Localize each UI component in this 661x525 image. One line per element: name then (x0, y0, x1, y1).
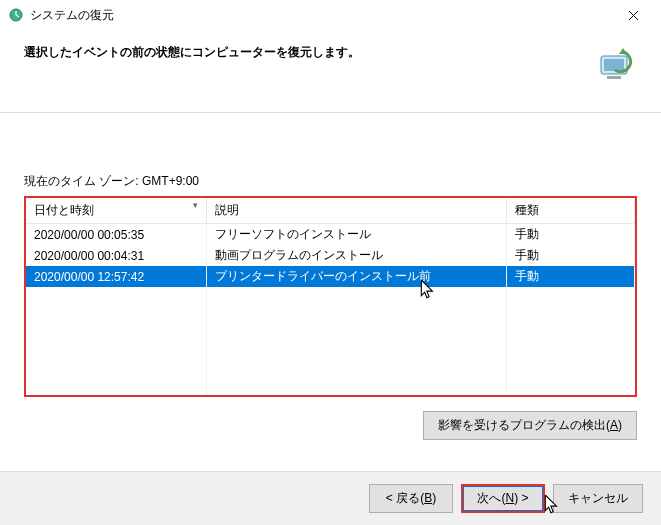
cell-type: 手動 (506, 224, 635, 246)
cell-type: 手動 (506, 245, 635, 266)
content: 現在のタイム ゾーン: GMT+9:00 日付と時刻▾ 説明 種類 2020/0… (0, 113, 661, 450)
col-datetime-label: 日付と時刻 (34, 203, 94, 217)
svg-rect-2 (604, 59, 624, 71)
close-button[interactable] (613, 1, 653, 29)
cell-description: 動画プログラムのインストール (206, 245, 506, 266)
back-button[interactable]: < 戻る(B) (369, 484, 453, 513)
col-type[interactable]: 種類 (506, 198, 635, 224)
titlebar: システムの復元 (0, 0, 661, 30)
next-button[interactable]: 次へ(N) > (461, 484, 545, 513)
table-empty-area (26, 287, 635, 395)
col-datetime[interactable]: 日付と時刻▾ (26, 198, 206, 224)
cancel-button[interactable]: キャンセル (553, 484, 643, 513)
table-row[interactable]: 2020/00/00 12:57:42プリンタードライバーのインストール前手動 (26, 266, 635, 287)
cell-datetime: 2020/00/00 00:05:35 (26, 224, 206, 246)
header-icon (593, 44, 637, 88)
col-description[interactable]: 説明 (206, 198, 506, 224)
header: 選択したイベントの前の状態にコンピューターを復元します。 (0, 30, 661, 113)
restore-points-table[interactable]: 日付と時刻▾ 説明 種類 2020/00/00 00:05:35フリーソフトのイ… (24, 196, 637, 397)
sort-indicator-icon: ▾ (193, 200, 198, 210)
cell-datetime: 2020/00/00 12:57:42 (26, 266, 206, 287)
scan-row: 影響を受けるプログラムの検出(A) (24, 411, 637, 440)
cell-description: フリーソフトのインストール (206, 224, 506, 246)
restore-icon (8, 7, 24, 23)
timezone-label: 現在のタイム ゾーン: GMT+9:00 (24, 173, 637, 190)
cell-type: 手動 (506, 266, 635, 287)
window-title: システムの復元 (30, 7, 613, 24)
cell-description: プリンタードライバーのインストール前 (206, 266, 506, 287)
table-row[interactable]: 2020/00/00 00:04:31動画プログラムのインストール手動 (26, 245, 635, 266)
table-row[interactable]: 2020/00/00 00:05:35フリーソフトのインストール手動 (26, 224, 635, 246)
scan-affected-button[interactable]: 影響を受けるプログラムの検出(A) (423, 411, 637, 440)
header-text: 選択したイベントの前の状態にコンピューターを復元します。 (24, 44, 581, 88)
table-header: 日付と時刻▾ 説明 種類 (26, 198, 635, 224)
footer: < 戻る(B) 次へ(N) > キャンセル (0, 471, 661, 525)
svg-rect-3 (607, 76, 621, 79)
close-icon (628, 10, 639, 21)
cell-datetime: 2020/00/00 00:04:31 (26, 245, 206, 266)
